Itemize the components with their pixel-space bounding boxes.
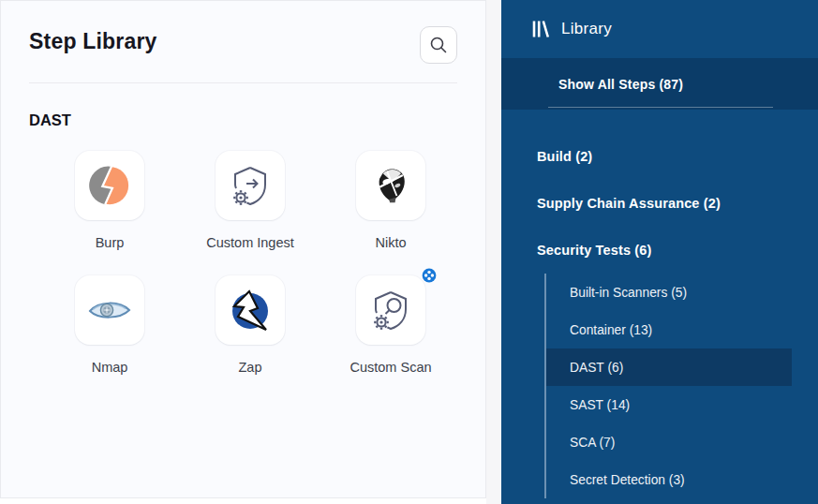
subcategory-label: Built-in Scanners (5) [570, 286, 687, 300]
subcategory-sca[interactable]: SCA (7) [546, 423, 792, 461]
show-all-divider [548, 107, 773, 108]
subcategory-secret-detection[interactable]: Secret Detection (3) [546, 461, 792, 498]
search-icon [428, 35, 449, 55]
tile-icon-box [75, 151, 144, 220]
step-tile-custom-ingest[interactable]: Custom Ingest [180, 151, 320, 251]
panel-header: Step Library [1, 1, 485, 63]
panel-gap [486, 0, 501, 504]
custom-scan-icon [368, 288, 413, 333]
header-divider [29, 82, 457, 83]
category-supply-chain-assurance[interactable]: Supply Chain Assurance (2) [501, 180, 818, 227]
show-all-steps-item[interactable]: Show All Steps (87) [501, 58, 818, 110]
search-button[interactable] [420, 26, 457, 64]
step-tile-nmap[interactable]: Nmap [39, 275, 180, 376]
subcategory-built-in-scanners[interactable]: Built-in Scanners (5) [546, 274, 792, 311]
custom-ingest-icon [228, 163, 273, 208]
tile-label: Custom Ingest [206, 234, 294, 251]
subcategory-container[interactable]: Container (13) [546, 311, 792, 348]
tile-label: Nikto [375, 234, 406, 251]
section-heading-dast: DAST [29, 111, 71, 129]
tile-icon-box [216, 275, 285, 345]
subcategory-label: Container (13) [570, 323, 652, 337]
subcategory-sast[interactable]: SAST (14) [546, 386, 792, 423]
category-label: Security Tests (6) [537, 243, 652, 258]
subcategory-label: Secret Detection (3) [570, 473, 685, 487]
page-title: Step Library [29, 29, 157, 54]
category-security-tests[interactable]: Security Tests (6) [501, 227, 818, 274]
tile-label: Burp [96, 234, 125, 251]
zap-logo-icon [228, 288, 273, 333]
subcategory-label: SAST (14) [570, 398, 630, 412]
tile-label: Zap [239, 359, 262, 376]
tile-label: Nmap [92, 359, 128, 376]
burp-logo-icon [88, 164, 131, 207]
module-badge-icon [422, 268, 437, 283]
step-tile-grid: Burp [39, 151, 461, 376]
sidebar-header: Library [501, 0, 818, 58]
tile-icon-box [75, 275, 144, 345]
category-build[interactable]: Build (2) [501, 133, 818, 180]
subcategory-label: DAST (6) [570, 361, 623, 375]
subcategory-dast[interactable]: DAST (6) [546, 348, 792, 386]
category-label: Build (2) [537, 149, 592, 164]
subcategory-label: SCA (7) [570, 436, 615, 450]
step-library-panel: Step Library DAST [0, 0, 486, 498]
sidebar-title: Library [561, 20, 612, 38]
step-library-screen: Step Library DAST [0, 0, 818, 504]
category-label: Supply Chain Assurance (2) [537, 196, 721, 211]
nmap-logo-icon [87, 296, 132, 324]
step-tile-custom-scan[interactable]: Custom Scan [320, 275, 461, 376]
step-tile-burp[interactable]: Burp [39, 151, 180, 251]
show-all-steps-label: Show All Steps (87) [558, 77, 683, 92]
library-icon [530, 19, 551, 39]
step-tile-zap[interactable]: Zap [180, 275, 320, 376]
tile-icon-box [356, 275, 425, 345]
library-sidebar: Library Show All Steps (87) Build (2) Su… [501, 0, 818, 504]
security-tests-sublist: Built-in Scanners (5) Container (13) DAS… [544, 274, 792, 498]
nikto-logo-icon [370, 165, 411, 206]
tile-icon-box [216, 151, 285, 220]
tile-icon-box [356, 151, 425, 220]
tile-label: Custom Scan [350, 359, 431, 376]
category-list: Build (2) Supply Chain Assurance (2) Sec… [501, 110, 818, 498]
step-tile-nikto[interactable]: Nikto [320, 151, 461, 251]
